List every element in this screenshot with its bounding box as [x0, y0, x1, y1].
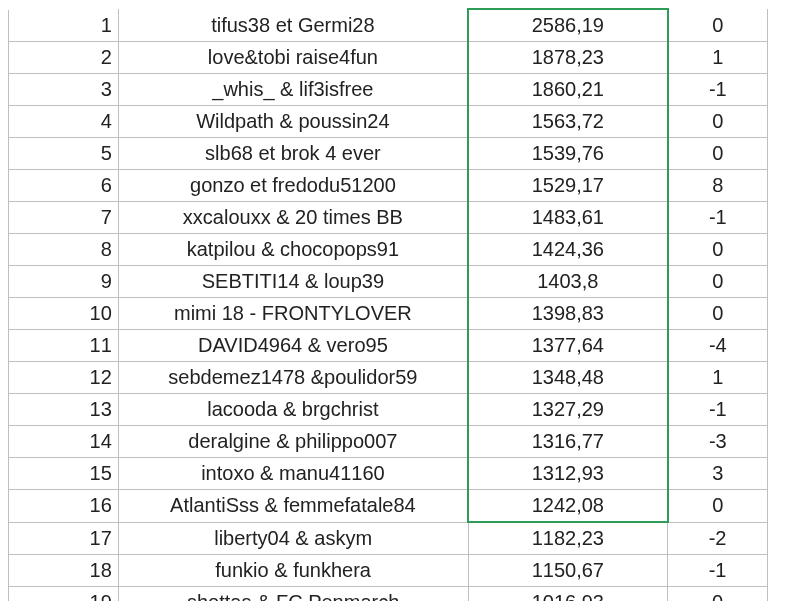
score-cell[interactable]: 1377,64: [468, 330, 668, 362]
score-cell[interactable]: 1563,72: [468, 106, 668, 138]
score-cell[interactable]: 1327,29: [468, 394, 668, 426]
rank-cell[interactable]: 12: [9, 362, 119, 394]
name-cell[interactable]: gonzo et fredodu51200: [118, 170, 468, 202]
score-cell[interactable]: 1242,08: [468, 490, 668, 523]
delta-cell[interactable]: -2: [668, 522, 768, 555]
name-cell[interactable]: AtlantiSss & femmefatale84: [118, 490, 468, 523]
table-row[interactable]: 16AtlantiSss & femmefatale841242,080: [9, 490, 768, 523]
table-row[interactable]: 15intoxo & manu411601312,933: [9, 458, 768, 490]
delta-cell[interactable]: -1: [668, 74, 768, 106]
rank-cell[interactable]: 15: [9, 458, 119, 490]
delta-cell[interactable]: -1: [668, 555, 768, 587]
name-cell[interactable]: slb68 et brok 4 ever: [118, 138, 468, 170]
delta-cell[interactable]: 1: [668, 42, 768, 74]
delta-cell[interactable]: 0: [668, 9, 768, 42]
table-row[interactable]: 4Wildpath & poussin241563,720: [9, 106, 768, 138]
delta-cell[interactable]: 1: [668, 362, 768, 394]
rank-cell[interactable]: 7: [9, 202, 119, 234]
table-row[interactable]: 5slb68 et brok 4 ever1539,760: [9, 138, 768, 170]
table-row[interactable]: 13lacooda & brgchrist1327,29-1: [9, 394, 768, 426]
score-cell[interactable]: 1483,61: [468, 202, 668, 234]
score-cell[interactable]: 1182,23: [468, 522, 668, 555]
table-row[interactable]: 3_whis_ & lif3isfree1860,21-1: [9, 74, 768, 106]
rank-cell[interactable]: 1: [9, 9, 119, 42]
delta-cell[interactable]: -3: [668, 426, 768, 458]
name-cell[interactable]: SEBTITI14 & loup39: [118, 266, 468, 298]
rank-cell[interactable]: 16: [9, 490, 119, 523]
table-row[interactable]: 2love&tobi raise4fun1878,231: [9, 42, 768, 74]
table-row[interactable]: 11DAVID4964 & vero951377,64-4: [9, 330, 768, 362]
delta-cell[interactable]: 0: [668, 266, 768, 298]
score-cell[interactable]: 1529,17: [468, 170, 668, 202]
rank-cell[interactable]: 13: [9, 394, 119, 426]
name-cell[interactable]: katpilou & chocopops91: [118, 234, 468, 266]
delta-cell[interactable]: 0: [668, 587, 768, 602]
rank-cell[interactable]: 11: [9, 330, 119, 362]
score-cell[interactable]: 1539,76: [468, 138, 668, 170]
name-cell[interactable]: tifus38 et Germi28: [118, 9, 468, 42]
rank-cell[interactable]: 14: [9, 426, 119, 458]
rank-cell[interactable]: 17: [9, 522, 119, 555]
score-cell[interactable]: 1312,93: [468, 458, 668, 490]
score-cell[interactable]: 1316,77: [468, 426, 668, 458]
rank-cell[interactable]: 5: [9, 138, 119, 170]
name-cell[interactable]: love&tobi raise4fun: [118, 42, 468, 74]
score-cell[interactable]: 2586,19: [468, 9, 668, 42]
table-row[interactable]: 9SEBTITI14 & loup391403,80: [9, 266, 768, 298]
delta-cell[interactable]: -4: [668, 330, 768, 362]
delta-cell[interactable]: 0: [668, 234, 768, 266]
table-row[interactable]: 17liberty04 & askym1182,23-2: [9, 522, 768, 555]
score-cell[interactable]: 1860,21: [468, 74, 668, 106]
table-row[interactable]: 7xxcalouxx & 20 times BB1483,61-1: [9, 202, 768, 234]
score-cell[interactable]: 1016,93: [468, 587, 668, 602]
score-cell[interactable]: 1150,67: [468, 555, 668, 587]
name-cell[interactable]: shottas & FC Penmarch: [118, 587, 468, 602]
name-cell[interactable]: lacooda & brgchrist: [118, 394, 468, 426]
name-cell[interactable]: funkio & funkhera: [118, 555, 468, 587]
delta-cell[interactable]: 0: [668, 106, 768, 138]
delta-cell[interactable]: 0: [668, 138, 768, 170]
name-cell[interactable]: mimi 18 - FRONTYLOVER: [118, 298, 468, 330]
table-row[interactable]: 14deralgine & philippo0071316,77-3: [9, 426, 768, 458]
rank-cell[interactable]: 19: [9, 587, 119, 602]
table-row[interactable]: 1tifus38 et Germi282586,190: [9, 9, 768, 42]
delta-cell[interactable]: -1: [668, 394, 768, 426]
ranking-table[interactable]: 1tifus38 et Germi282586,1902love&tobi ra…: [8, 8, 768, 601]
rank-cell[interactable]: 2: [9, 42, 119, 74]
table-row[interactable]: 6gonzo et fredodu512001529,178: [9, 170, 768, 202]
rank-cell[interactable]: 4: [9, 106, 119, 138]
table-row[interactable]: 18funkio & funkhera1150,67-1: [9, 555, 768, 587]
score-cell[interactable]: 1424,36: [468, 234, 668, 266]
delta-cell[interactable]: -1: [668, 202, 768, 234]
name-cell[interactable]: Wildpath & poussin24: [118, 106, 468, 138]
table-row[interactable]: 12sebdemez1478 &poulidor591348,481: [9, 362, 768, 394]
score-cell[interactable]: 1878,23: [468, 42, 668, 74]
score-cell[interactable]: 1403,8: [468, 266, 668, 298]
table-row[interactable]: 10mimi 18 - FRONTYLOVER1398,830: [9, 298, 768, 330]
name-cell[interactable]: _whis_ & lif3isfree: [118, 74, 468, 106]
rank-cell[interactable]: 9: [9, 266, 119, 298]
name-cell[interactable]: deralgine & philippo007: [118, 426, 468, 458]
name-cell[interactable]: xxcalouxx & 20 times BB: [118, 202, 468, 234]
name-cell[interactable]: DAVID4964 & vero95: [118, 330, 468, 362]
rank-cell[interactable]: 3: [9, 74, 119, 106]
delta-cell[interactable]: 3: [668, 458, 768, 490]
name-cell[interactable]: sebdemez1478 &poulidor59: [118, 362, 468, 394]
delta-cell[interactable]: 0: [668, 490, 768, 523]
score-cell[interactable]: 1348,48: [468, 362, 668, 394]
table-row[interactable]: 19shottas & FC Penmarch1016,930: [9, 587, 768, 602]
rank-cell[interactable]: 18: [9, 555, 119, 587]
rank-cell[interactable]: 8: [9, 234, 119, 266]
score-cell[interactable]: 1398,83: [468, 298, 668, 330]
rank-cell[interactable]: 10: [9, 298, 119, 330]
name-cell[interactable]: liberty04 & askym: [118, 522, 468, 555]
delta-cell[interactable]: 8: [668, 170, 768, 202]
name-cell[interactable]: intoxo & manu41160: [118, 458, 468, 490]
table-row[interactable]: 8katpilou & chocopops911424,360: [9, 234, 768, 266]
rank-cell[interactable]: 6: [9, 170, 119, 202]
delta-cell[interactable]: 0: [668, 298, 768, 330]
